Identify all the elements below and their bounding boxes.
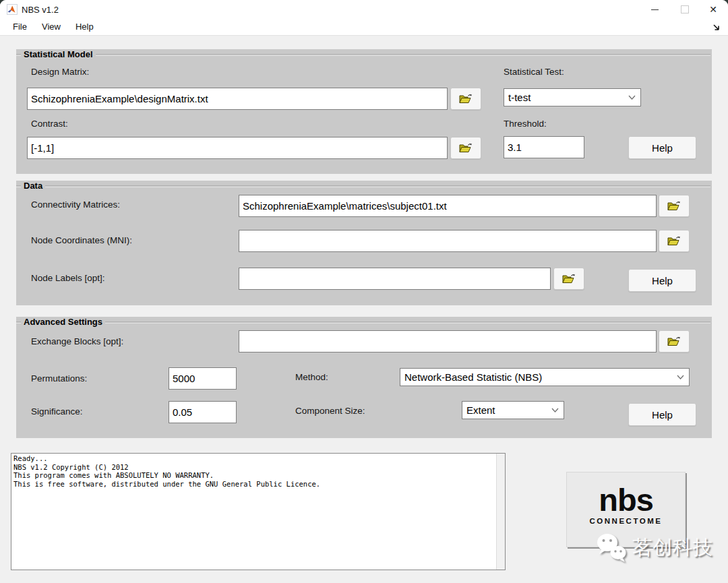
node-coordinates-browse-button[interactable] <box>659 230 690 252</box>
chevron-down-icon <box>551 408 559 412</box>
contrast-input[interactable] <box>27 137 448 159</box>
panel-divider <box>16 321 710 324</box>
node-labels-browse-button[interactable] <box>553 268 584 290</box>
data-help-button[interactable]: Help <box>628 269 696 292</box>
app-window: NBS v1.2 ✕ File View Help Statistical Mo… <box>0 0 728 583</box>
nbs-logo-text: nbs <box>567 484 685 516</box>
node-labels-label: Node Labels [opt]: <box>31 273 105 283</box>
open-folder-icon <box>562 273 576 284</box>
significance-input[interactable] <box>169 401 237 423</box>
connectivity-matrices-input[interactable] <box>239 195 657 217</box>
open-folder-icon <box>667 336 681 347</box>
menu-view[interactable]: View <box>34 20 68 34</box>
node-coordinates-label: Node Coordinates (MNI): <box>31 235 132 245</box>
open-folder-icon <box>667 235 681 247</box>
exchange-blocks-browse-button[interactable] <box>659 330 690 352</box>
exchange-blocks-input[interactable] <box>239 330 657 352</box>
open-folder-icon <box>459 142 473 154</box>
matlab-icon <box>7 4 18 15</box>
exchange-blocks-label: Exchange Blocks [opt]: <box>31 336 123 346</box>
permutations-label: Permutations: <box>31 373 87 383</box>
component-size-label: Component Size: <box>295 406 365 416</box>
close-button[interactable]: ✕ <box>702 0 724 19</box>
method-value: Network-Based Statistic (NBS) <box>404 371 542 383</box>
contrast-label: Contrast: <box>31 119 68 129</box>
permutations-input[interactable] <box>169 367 237 390</box>
console-text: Ready...NBS v1.2 Copyright (C) 2012This … <box>13 454 495 488</box>
panel-divider <box>16 54 710 56</box>
design-matrix-input[interactable] <box>27 88 448 110</box>
minimize-icon <box>651 9 659 10</box>
connectivity-browse-button[interactable] <box>659 195 690 217</box>
open-folder-icon <box>667 200 681 212</box>
status-console[interactable]: Ready...NBS v1.2 Copyright (C) 2012This … <box>11 453 506 570</box>
statistical-model-panel: Statistical Model Design Matrix: Statist… <box>16 49 712 174</box>
method-label: Method: <box>295 372 328 382</box>
component-size-value: Extent <box>466 404 495 416</box>
significance-label: Significance: <box>31 406 83 417</box>
statistical-test-dropdown[interactable]: t-test <box>504 88 641 106</box>
threshold-input[interactable] <box>504 136 584 158</box>
statistical-model-help-button[interactable]: Help <box>628 136 696 159</box>
console-scrollbar[interactable] <box>496 454 505 570</box>
open-folder-icon <box>459 93 473 104</box>
contrast-browse-button[interactable] <box>450 137 481 159</box>
data-title: Data <box>21 181 45 191</box>
advanced-settings-panel: Advanced Settings Exchange Blocks [opt]:… <box>16 317 712 438</box>
design-matrix-label: Design Matrix: <box>31 67 89 77</box>
statistical-test-value: t-test <box>508 92 530 103</box>
wechat-icon <box>595 532 628 564</box>
watermark: 茗创科技 <box>595 532 713 564</box>
advanced-settings-title: Advanced Settings <box>21 317 105 327</box>
chevron-down-icon <box>628 95 636 100</box>
cursor-arrow-icon <box>712 23 721 32</box>
design-matrix-browse-button[interactable] <box>450 88 481 110</box>
maximize-button[interactable] <box>674 0 696 19</box>
maximize-icon <box>681 5 689 13</box>
menu-bar: File View Help <box>0 19 728 36</box>
nbs-logo-subtitle: CONNECTOME <box>567 517 685 525</box>
connectivity-matrices-label: Connectivity Matrices: <box>31 200 120 210</box>
window-title: NBS v1.2 <box>22 5 59 15</box>
method-dropdown[interactable]: Network-Based Statistic (NBS) <box>400 368 690 386</box>
menu-file[interactable]: File <box>5 20 34 34</box>
watermark-text: 茗创科技 <box>632 534 713 561</box>
chevron-down-icon <box>677 375 684 379</box>
statistical-model-title: Statistical Model <box>21 49 96 59</box>
data-panel: Data Connectivity Matrices: Node Coordin… <box>16 181 712 305</box>
node-coordinates-input[interactable] <box>239 230 657 252</box>
component-size-dropdown[interactable]: Extent <box>462 401 564 419</box>
panel-divider <box>16 185 710 187</box>
menu-help[interactable]: Help <box>68 20 101 34</box>
title-bar: NBS v1.2 ✕ <box>0 0 728 19</box>
node-labels-input[interactable] <box>239 268 551 290</box>
advanced-help-button[interactable]: Help <box>628 403 696 426</box>
statistical-test-label: Statistical Test: <box>504 67 564 77</box>
minimize-button[interactable] <box>644 0 665 19</box>
threshold-label: Threshold: <box>504 119 547 129</box>
